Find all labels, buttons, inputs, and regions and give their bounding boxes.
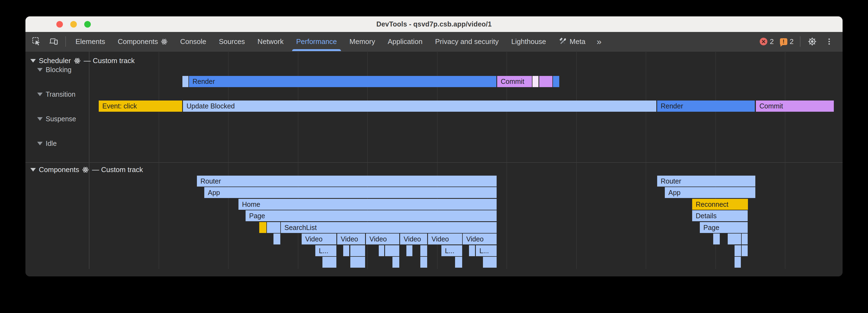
track-name: Scheduler bbox=[39, 57, 71, 65]
tab-label: Application bbox=[388, 37, 423, 46]
tab-memory[interactable]: Memory bbox=[343, 32, 381, 51]
timeline-entry[interactable] bbox=[469, 245, 475, 256]
selected-tab-underline bbox=[292, 49, 341, 51]
timeline-entry[interactable] bbox=[385, 245, 399, 256]
timeline-entry[interactable] bbox=[539, 76, 552, 87]
tab-meta[interactable]: Meta bbox=[552, 32, 592, 51]
lane-label-blocking[interactable]: Blocking bbox=[37, 66, 72, 74]
timeline-entry-searchlist[interactable]: SearchList bbox=[281, 222, 497, 233]
timeline-entry[interactable] bbox=[553, 76, 559, 87]
timeline-entry[interactable] bbox=[483, 257, 497, 268]
timeline-entry[interactable] bbox=[742, 234, 748, 244]
timeline-entry[interactable] bbox=[343, 245, 349, 256]
hammer-wrench-icon bbox=[559, 37, 567, 46]
devtools-toolbar: ElementsComponents ConsoleSourcesNetwork… bbox=[25, 32, 843, 51]
timeline-entry[interactable] bbox=[322, 257, 336, 268]
timeline-entry-page[interactable]: Page bbox=[700, 222, 748, 233]
timeline-entry-video[interactable]: Video bbox=[337, 234, 365, 244]
collapse-triangle-icon[interactable] bbox=[37, 68, 43, 72]
collapse-triangle-icon[interactable] bbox=[30, 59, 36, 63]
timeline-entry-details[interactable]: Details bbox=[692, 210, 748, 221]
timeline-entry[interactable] bbox=[379, 245, 384, 256]
timeline-entry-page[interactable]: Page bbox=[246, 210, 497, 221]
timeline-entry-render[interactable]: Render bbox=[657, 101, 755, 112]
track-header-scheduler[interactable]: Scheduler — Custom track bbox=[30, 57, 134, 65]
timeline-entry[interactable] bbox=[742, 245, 748, 256]
lane-label-transition[interactable]: Transition bbox=[37, 91, 75, 98]
error-icon: ✕ bbox=[760, 38, 767, 45]
timeline-entry-commit[interactable]: Commit bbox=[497, 76, 532, 87]
timeline-entry-video[interactable]: Video bbox=[302, 234, 336, 244]
timeline-entry-render[interactable]: Render bbox=[189, 76, 496, 87]
timeline-entry[interactable] bbox=[274, 234, 280, 244]
timeline-entry-reconnect[interactable]: Reconnect bbox=[692, 199, 748, 210]
tab-console[interactable]: Console bbox=[174, 32, 213, 51]
timeline-entry[interactable] bbox=[735, 257, 741, 268]
more-options-button[interactable] bbox=[822, 34, 837, 49]
desktop-background: DevTools - qsvd7p.csb.app/video/1 Elemen… bbox=[0, 0, 868, 313]
tab-label: Elements bbox=[75, 37, 105, 46]
collapse-triangle-icon[interactable] bbox=[30, 168, 36, 172]
lane-label-idle[interactable]: Idle bbox=[37, 140, 57, 147]
timeline-entry-app[interactable]: App bbox=[665, 187, 755, 198]
timeline-entry-app[interactable]: App bbox=[204, 187, 497, 198]
device-toolbar-button[interactable] bbox=[46, 34, 61, 49]
traffic-lights bbox=[56, 16, 91, 32]
collapse-triangle-icon[interactable] bbox=[37, 142, 43, 145]
timeline-entry[interactable] bbox=[420, 245, 427, 256]
collapse-triangle-icon[interactable] bbox=[37, 93, 43, 96]
timeline-entry[interactable] bbox=[420, 257, 427, 268]
warning-count: 2 bbox=[790, 37, 794, 46]
timeline-entry[interactable] bbox=[267, 222, 280, 233]
timeline-entry[interactable] bbox=[393, 257, 399, 268]
timeline-entry-video[interactable]: Video bbox=[463, 234, 497, 244]
timeline-entry[interactable] bbox=[350, 257, 365, 268]
console-errors-badge[interactable]: ✕ 2 bbox=[760, 37, 774, 46]
console-warnings-badge[interactable]: ! 2 bbox=[780, 37, 794, 46]
lane-label-suspense[interactable]: Suspense bbox=[37, 115, 76, 123]
timeline-entry-update-blocked[interactable]: Update Blocked bbox=[183, 101, 656, 112]
timeline-entry[interactable] bbox=[728, 234, 741, 244]
timeline-entry-l[interactable]: L... bbox=[476, 245, 497, 256]
tab-privacy-and-security[interactable]: Privacy and security bbox=[429, 32, 505, 51]
toolbar-divider bbox=[65, 36, 66, 47]
timeline-entry-video[interactable]: Video bbox=[400, 234, 427, 244]
timeline-entry-l[interactable]: L... bbox=[315, 245, 336, 256]
collapse-triangle-icon[interactable] bbox=[37, 117, 43, 121]
label-column-divider bbox=[89, 51, 89, 269]
tab-performance[interactable]: Performance bbox=[290, 32, 343, 51]
timeline-entry-home[interactable]: Home bbox=[239, 199, 497, 210]
close-window-button[interactable] bbox=[56, 21, 63, 28]
fullscreen-window-button[interactable] bbox=[84, 21, 91, 28]
tab-sources[interactable]: Sources bbox=[213, 32, 251, 51]
timeline-entry[interactable] bbox=[455, 257, 462, 268]
timeline-entry[interactable] bbox=[259, 222, 266, 233]
timeline-entry-router[interactable]: Router bbox=[657, 176, 755, 186]
tab-label: Components bbox=[118, 37, 158, 46]
timeline-entry-router[interactable]: Router bbox=[197, 176, 497, 186]
timeline-entry[interactable] bbox=[350, 245, 365, 256]
more-tabs-button[interactable]: » bbox=[592, 37, 607, 47]
track-header-components[interactable]: Components — Custom track bbox=[30, 166, 143, 174]
minimize-window-button[interactable] bbox=[70, 21, 77, 28]
timeline-entry-event-click[interactable]: Event: click bbox=[99, 101, 182, 112]
timeline-entry[interactable] bbox=[735, 245, 741, 256]
timeline-entry[interactable] bbox=[182, 76, 188, 87]
content-top-border bbox=[25, 51, 843, 51]
timeline-entry-l[interactable]: L... bbox=[441, 245, 462, 256]
tab-components[interactable]: Components bbox=[111, 32, 174, 51]
tab-lighthouse[interactable]: Lighthouse bbox=[505, 32, 552, 51]
track-suffix: — Custom track bbox=[92, 166, 143, 174]
timeline-entry-commit[interactable]: Commit bbox=[756, 101, 834, 112]
timeline-entry[interactable] bbox=[532, 76, 538, 87]
timeline-entry[interactable] bbox=[406, 245, 412, 256]
inspect-element-button[interactable] bbox=[29, 34, 44, 49]
tab-network[interactable]: Network bbox=[251, 32, 290, 51]
timeline-entry-video[interactable]: Video bbox=[366, 234, 399, 244]
atom-icon bbox=[74, 57, 81, 64]
timeline-entry-video[interactable]: Video bbox=[428, 234, 462, 244]
settings-button[interactable] bbox=[805, 34, 819, 49]
timeline-entry[interactable] bbox=[713, 234, 720, 244]
tab-application[interactable]: Application bbox=[381, 32, 429, 51]
tab-elements[interactable]: Elements bbox=[69, 32, 111, 51]
